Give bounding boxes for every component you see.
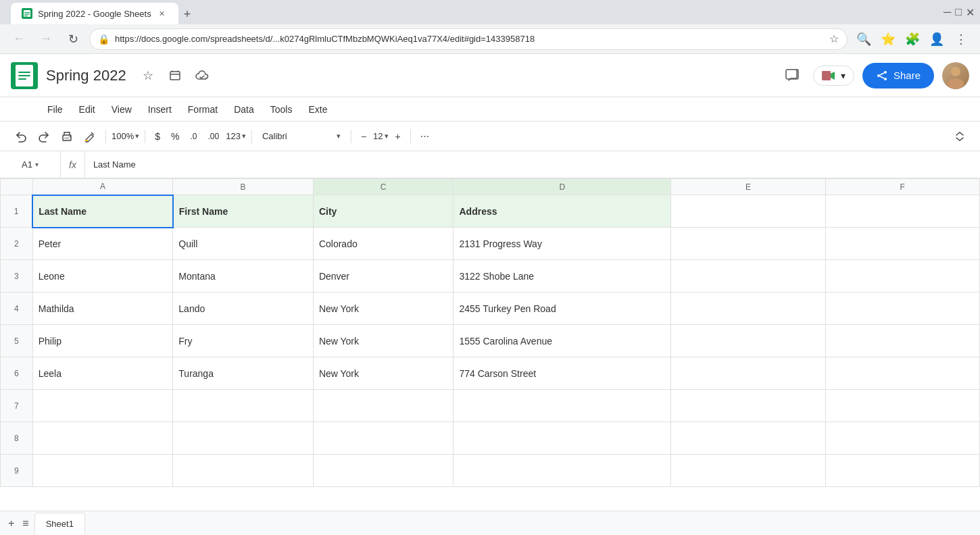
menu-format[interactable]: Format — [181, 101, 224, 118]
sheet-tab-1[interactable]: Sheet1 — [34, 513, 85, 534]
font-size-control[interactable]: 12 ▾ — [373, 131, 388, 141]
decrease-font-button[interactable]: − — [357, 127, 370, 146]
cell-c9[interactable] — [313, 455, 454, 487]
cell-f9[interactable] — [825, 455, 979, 487]
cell-f4[interactable] — [825, 292, 979, 325]
collapse-toolbar-button[interactable] — [950, 127, 969, 146]
cell-b9[interactable] — [173, 455, 314, 487]
decimal-more-button[interactable]: .00 — [204, 127, 224, 146]
cell-d6[interactable]: 774 Carson Street — [454, 357, 671, 390]
decimal-less-button[interactable]: .0 — [187, 127, 201, 146]
cell-b5[interactable]: Fry — [173, 325, 314, 357]
cell-d2[interactable]: 2131 Progress Way — [454, 228, 671, 260]
cell-a6[interactable]: Leela — [32, 357, 173, 390]
all-sheets-button[interactable]: ≡ — [20, 515, 31, 532]
cell-reference[interactable]: A1 ▾ — [0, 151, 61, 178]
more-options-button[interactable]: ··· — [416, 127, 433, 146]
cell-a9[interactable] — [32, 455, 173, 487]
profile-button[interactable]: 👤 — [926, 28, 948, 50]
col-header-a[interactable]: A — [32, 179, 173, 195]
cell-a7[interactable] — [32, 390, 173, 422]
cell-b8[interactable] — [173, 422, 314, 455]
cell-e7[interactable] — [671, 390, 825, 422]
cell-e8[interactable] — [671, 422, 825, 455]
print-button[interactable] — [57, 127, 77, 146]
col-header-b[interactable]: B — [173, 179, 314, 195]
cell-c8[interactable] — [313, 422, 454, 455]
zoom-control[interactable]: 100% ▾ — [112, 131, 139, 141]
cell-a5[interactable]: Philip — [32, 325, 173, 357]
percent-button[interactable]: % — [167, 127, 183, 146]
cell-f6[interactable] — [825, 357, 979, 390]
cell-e9[interactable] — [671, 455, 825, 487]
cloud-status-button[interactable] — [191, 65, 213, 86]
close-window-button[interactable]: ✕ — [966, 6, 975, 19]
forward-button[interactable]: → — [35, 28, 57, 50]
menu-view[interactable]: View — [105, 101, 139, 118]
col-header-e[interactable]: E — [671, 179, 825, 195]
active-tab[interactable]: Spring 2022 - Google Sheets ✕ — [11, 3, 178, 24]
cell-f3[interactable] — [825, 260, 979, 292]
cell-b3[interactable]: Montana — [173, 260, 314, 292]
cell-d8[interactable] — [454, 422, 671, 455]
cell-b2[interactable]: Quill — [173, 228, 314, 260]
cell-f1[interactable] — [825, 195, 979, 228]
cell-a3[interactable]: Leone — [32, 260, 173, 292]
extensions-button[interactable]: 🧩 — [902, 28, 923, 50]
cell-d9[interactable] — [454, 455, 671, 487]
menu-edit[interactable]: Edit — [72, 101, 102, 118]
col-header-d[interactable]: D — [454, 179, 671, 195]
star-button[interactable]: ☆ — [137, 65, 159, 86]
menu-extensions[interactable]: Exte — [301, 101, 334, 118]
move-button[interactable] — [164, 65, 186, 86]
meet-button[interactable]: ▾ — [813, 66, 854, 86]
cell-f5[interactable] — [825, 325, 979, 357]
cell-f8[interactable] — [825, 422, 979, 455]
reload-button[interactable]: ↻ — [62, 28, 84, 50]
maximize-button[interactable]: □ — [955, 6, 962, 18]
cell-d3[interactable]: 3122 Shobe Lane — [454, 260, 671, 292]
bookmark-icon[interactable]: ☆ — [829, 32, 839, 45]
formula-content[interactable]: Last Name — [85, 159, 980, 170]
minimize-button[interactable]: ─ — [944, 6, 951, 18]
cell-e5[interactable] — [671, 325, 825, 357]
cell-e6[interactable] — [671, 357, 825, 390]
add-sheet-button[interactable]: + — [5, 515, 17, 532]
zoom-button[interactable]: 🔍 — [853, 28, 875, 50]
cell-b7[interactable] — [173, 390, 314, 422]
increase-font-button[interactable]: + — [391, 127, 405, 146]
currency-button[interactable]: $ — [151, 127, 164, 146]
cell-f2[interactable] — [825, 228, 979, 260]
avatar[interactable] — [942, 62, 969, 89]
cell-d4[interactable]: 2455 Turkey Pen Road — [454, 292, 671, 325]
col-header-f[interactable]: F — [825, 179, 979, 195]
redo-button[interactable] — [34, 127, 54, 146]
cell-c7[interactable] — [313, 390, 454, 422]
cell-b1[interactable]: First Name — [173, 195, 314, 228]
paint-format-button[interactable] — [80, 127, 100, 146]
back-button[interactable]: ← — [8, 28, 30, 50]
font-selector[interactable]: Calibri ▾ — [258, 129, 345, 143]
cell-b6[interactable]: Turanga — [173, 357, 314, 390]
cell-a1[interactable]: Last Name — [32, 195, 173, 228]
cell-a2[interactable]: Peter — [32, 228, 173, 260]
cell-e1[interactable] — [671, 195, 825, 228]
undo-button[interactable] — [11, 127, 31, 146]
cell-c4[interactable]: New York — [313, 292, 454, 325]
url-bar[interactable]: 🔒 https://docs.google.com/spreadsheets/d… — [89, 28, 848, 50]
cell-e3[interactable] — [671, 260, 825, 292]
cell-f7[interactable] — [825, 390, 979, 422]
favorites-button[interactable]: ⭐ — [877, 28, 899, 50]
cell-a4[interactable]: Mathilda — [32, 292, 173, 325]
menu-file[interactable]: File — [41, 101, 70, 118]
menu-button[interactable]: ⋮ — [950, 28, 972, 50]
cell-a8[interactable] — [32, 422, 173, 455]
menu-tools[interactable]: Tools — [264, 101, 299, 118]
cell-d7[interactable] — [454, 390, 671, 422]
cell-c5[interactable]: New York — [313, 325, 454, 357]
menu-insert[interactable]: Insert — [141, 101, 178, 118]
cell-c3[interactable]: Denver — [313, 260, 454, 292]
col-header-c[interactable]: C — [313, 179, 454, 195]
tab-close-button[interactable]: ✕ — [157, 8, 168, 19]
cell-d5[interactable]: 1555 Carolina Avenue — [454, 325, 671, 357]
